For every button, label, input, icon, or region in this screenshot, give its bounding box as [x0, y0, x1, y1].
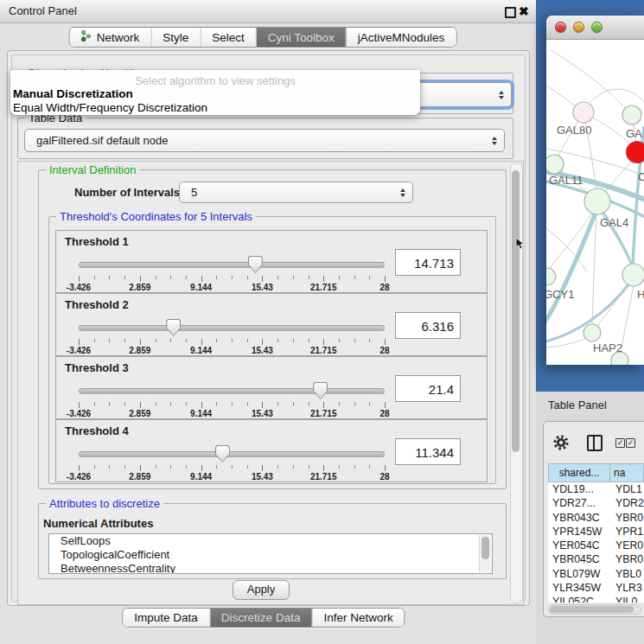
tick-label: 9.144 [190, 346, 212, 355]
network-node[interactable] [622, 264, 644, 286]
tick-label: 2.859 [129, 472, 150, 481]
combo-stepper-icon[interactable] [400, 188, 405, 197]
threshold-title: Threshold 3 [65, 361, 129, 374]
tick-mark [156, 339, 156, 342]
table-panel-title: Table Panel [548, 399, 607, 411]
network-window-titlebar [546, 16, 644, 40]
vertical-scrollbar[interactable] [510, 163, 523, 603]
threshold-slider[interactable]: -3.4262.8599.14415.4321.71528 [79, 318, 385, 354]
table-row[interactable]: YBR045CYBR0 [548, 552, 644, 566]
list-scrollbar[interactable] [479, 535, 491, 572]
slider-thumb[interactable] [313, 382, 328, 399]
threshold-value-field[interactable]: 14.713 [395, 249, 461, 276]
combo-stepper-icon[interactable] [492, 137, 497, 145]
minimize-traffic-light-icon[interactable] [573, 22, 584, 33]
popup-option-equal-width[interactable]: Equal Width/Frequency Discretization [13, 101, 207, 114]
mouse-cursor [515, 237, 526, 251]
threshold-value-field[interactable]: 6.316 [395, 312, 461, 339]
table-row[interactable]: YBR043CYBR0 [548, 511, 644, 525]
checkbox-icon[interactable]: ✓ [615, 438, 625, 448]
network-graph [546, 40, 644, 365]
tick-mark [94, 276, 95, 279]
tab-jactivemnodules[interactable]: jActiveMNodules [346, 28, 456, 47]
cell-shared-name: YDR27... [548, 496, 612, 510]
table-row[interactable]: YLR345WYLR3 [548, 581, 644, 595]
table-row[interactable]: YIL052CYIL0 [548, 595, 644, 603]
popup-option-manual-discretization[interactable]: Manual Discretization [13, 87, 133, 100]
tick-mark [277, 339, 278, 342]
table-row[interactable]: YDR27...YDR2 [548, 496, 644, 510]
tab-style[interactable]: Style [150, 28, 200, 47]
table-row[interactable]: YER054CYER0 [548, 539, 644, 552]
tick-label: 21.715 [310, 283, 337, 292]
gear-icon[interactable] [552, 434, 570, 451]
tick-label: 28 [379, 283, 389, 292]
close-traffic-light-icon[interactable] [555, 22, 566, 33]
columns-icon[interactable] [587, 435, 603, 451]
slider-thumb[interactable] [215, 445, 230, 462]
table-row[interactable]: YBL079WYBL0 [548, 567, 644, 581]
slider-thumb[interactable] [166, 319, 181, 336]
slider-track[interactable] [79, 325, 385, 331]
table-data-combobox[interactable]: galFiltered.sif default node [24, 129, 505, 152]
tick-mark [369, 276, 370, 279]
network-node-selected[interactable] [627, 142, 644, 163]
network-node[interactable] [546, 268, 556, 285]
scrollbar-thumb[interactable] [481, 537, 489, 559]
tab-cyni-toolbox[interactable]: Cyni Toolbox [256, 28, 346, 47]
cell-shared-name: YDL19... [548, 482, 612, 496]
tab-network[interactable]: Network [70, 28, 151, 47]
numerical-attributes-label: Numerical Attributes [43, 517, 153, 530]
tick-mark [94, 402, 95, 405]
float-window-icon[interactable] [505, 7, 516, 18]
tab-discretize-data[interactable]: Discretize Data [209, 609, 312, 627]
tick-mark [124, 339, 125, 342]
threshold-slider[interactable]: -3.4262.8599.14415.4321.71528 [79, 444, 385, 481]
close-icon[interactable]: ✖ [519, 3, 529, 19]
tab-select[interactable]: Select [200, 28, 256, 47]
tab-impute-data[interactable]: Impute Data [123, 609, 209, 627]
zoom-traffic-light-icon[interactable] [591, 22, 603, 33]
scrollbar-thumb[interactable] [550, 606, 634, 613]
network-canvas[interactable]: GAL80GACGAL11GAL4GCY1HHAP2 [546, 40, 644, 365]
tick-mark [140, 465, 141, 471]
table-row[interactable]: YPR145WYPR1 [548, 525, 644, 539]
threshold-slider[interactable]: -3.4262.8599.14415.4321.71528 [79, 255, 385, 291]
slider-thumb[interactable] [248, 256, 263, 273]
tick-mark [385, 339, 386, 345]
scrollbar-thumb[interactable] [512, 170, 520, 452]
attribute-list-item[interactable]: TopologicalCoefficient [49, 548, 492, 562]
slider-track[interactable] [79, 388, 385, 394]
network-node[interactable] [546, 155, 564, 174]
tick-label: 2.859 [129, 409, 150, 418]
attribute-list-item[interactable]: SelfLoops [49, 534, 492, 548]
tick-mark [109, 402, 110, 405]
network-node[interactable] [573, 102, 594, 123]
network-node[interactable] [584, 188, 610, 214]
cell-shared-name: YER054C [548, 539, 612, 552]
horizontal-scrollbar[interactable] [548, 604, 641, 615]
number-of-intervals-combobox[interactable]: 5 [179, 182, 413, 203]
slider-track[interactable] [79, 451, 385, 457]
tick-mark [323, 465, 324, 471]
column-header[interactable]: shared... [548, 463, 610, 482]
checkbox-icon[interactable]: ✓ [626, 438, 635, 448]
popup-hint: Select algorithm to view settings [10, 74, 420, 87]
tab-infer-network[interactable]: Infer Network [311, 609, 404, 627]
column-header[interactable]: na [610, 463, 644, 482]
cyni-mode-tab-bar: Impute DataDiscretize DataInfer Network [122, 608, 405, 628]
apply-button[interactable]: Apply [233, 580, 290, 600]
attribute-list-item[interactable]: BetweennessCentrality [49, 562, 492, 574]
threshold-value-field[interactable]: 21.4 [395, 375, 461, 402]
network-node[interactable] [622, 105, 641, 124]
threshold-value-field[interactable]: 11.344 [395, 438, 461, 465]
network-node[interactable] [583, 324, 601, 341]
tick-mark [339, 276, 340, 279]
threshold-slider[interactable]: -3.4262.8599.14415.4321.71528 [79, 381, 385, 418]
numerical-attributes-list[interactable]: SelfLoopsTopologicalCoefficientBetweenne… [48, 533, 493, 574]
tick-mark [124, 465, 125, 469]
tick-mark [79, 276, 80, 282]
combo-stepper-icon[interactable] [499, 91, 504, 99]
slider-track[interactable] [79, 262, 385, 268]
table-row[interactable]: YDL19...YDL1 [548, 482, 644, 496]
